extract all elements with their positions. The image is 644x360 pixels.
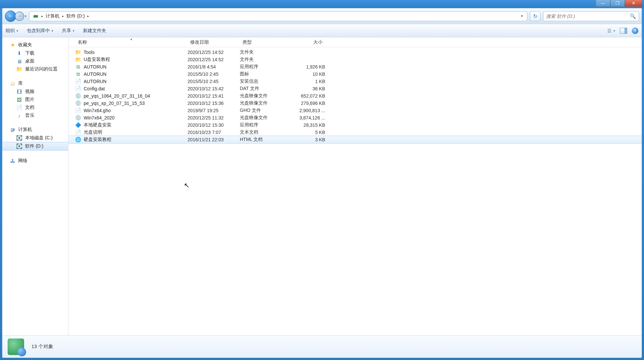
file-row[interactable]: ⧉AUTORUN2016/1/8 4:54应用程序1,926 KB — [68, 63, 642, 70]
column-header-type[interactable]: 类型 — [240, 39, 292, 45]
breadcrumb-computer[interactable]: 计算机 — [44, 12, 62, 21]
sidebar-computer-header[interactable]: 🖳 计算机 — [2, 125, 68, 134]
sidebar-item-recent[interactable]: 📁 最近访问的位置 — [2, 65, 68, 73]
file-list[interactable]: 📁Tools2020/12/25 14:52文件夹📁U盘安装教程2020/12/… — [68, 47, 642, 335]
file-type-icon: 📄 — [75, 129, 81, 135]
file-row[interactable]: 📄光盘说明2016/10/23 7:07文本文档5 KB — [68, 129, 642, 136]
sidebar-libraries-header[interactable]: 🗂 库 — [2, 79, 68, 88]
file-date: 2016/11/21 22:03 — [188, 137, 240, 142]
file-row[interactable]: 💿pe_yqs_xp_20_07_31_15_532020/10/12 15:3… — [68, 100, 642, 107]
preview-pane-button[interactable] — [620, 28, 627, 34]
star-icon: ★ — [10, 42, 16, 48]
titlebar: — ❐ ✕ — [0, 0, 644, 8]
sidebar-item-label: 本地磁盘 (C:) — [25, 135, 53, 141]
help-button[interactable]: ? — [632, 27, 638, 34]
file-row[interactable]: 📁Tools2020/12/25 14:52文件夹 — [68, 49, 642, 56]
col-name-label: 名称 — [78, 39, 87, 45]
svg-rect-1 — [33, 16, 38, 17]
file-type-icon: 📁 — [75, 57, 81, 63]
file-type: 文本文档 — [240, 129, 292, 135]
sidebar-item-pictures[interactable]: 🖼 图片 — [2, 96, 68, 104]
back-button[interactable]: ← — [5, 11, 16, 22]
file-size: 10 KB — [292, 71, 325, 77]
drive-icon: 💽 — [16, 135, 22, 141]
file-row[interactable]: ⧉AUTORUN2015/5/10 2:45图标10 KB — [68, 70, 642, 78]
file-date: 2015/5/10 2:45 — [188, 71, 240, 77]
column-header-size[interactable]: 大小 — [292, 39, 325, 45]
sidebar-favorites-header[interactable]: ★ 收藏夹 — [2, 41, 68, 49]
search-box[interactable]: 🔍 — [543, 11, 639, 21]
toolbar: 组织 ▾ 包含到库中 ▾ 共享 ▾ 新建文件夹 ☰ ▾ ? — [2, 24, 642, 37]
address-dropdown[interactable]: ▾ — [518, 14, 526, 18]
refresh-button[interactable]: ↻ — [530, 11, 540, 21]
sidebar-item-drive-d[interactable]: 💽 软件 (D:) — [2, 142, 68, 151]
list-view-icon: ☰ — [607, 28, 612, 33]
chevron-down-icon: ▾ — [73, 29, 74, 32]
file-type: 应用程序 — [240, 64, 292, 70]
new-folder-button[interactable]: 新建文件夹 — [83, 28, 106, 34]
file-date: 2016/1/8 4:54 — [188, 64, 240, 69]
minimize-button[interactable]: — — [596, 0, 610, 7]
column-header-name[interactable]: 名称 ▲ — [75, 39, 188, 45]
breadcrumb-root-icon[interactable] — [31, 12, 41, 21]
chevron-down-icon: ▾ — [17, 29, 18, 32]
file-name: Tools — [84, 50, 95, 55]
close-button[interactable]: ✕ — [625, 0, 642, 7]
sidebar-item-music[interactable]: ♪ 音乐 — [2, 112, 68, 119]
file-date: 2016/10/23 7:07 — [188, 130, 240, 135]
file-size: 3,874,126 ... — [292, 115, 325, 120]
picture-icon: 🖼 — [16, 97, 22, 103]
sidebar-item-downloads[interactable]: ⬇ 下载 — [2, 49, 68, 57]
column-header-date[interactable]: 修改日期 — [188, 39, 240, 45]
file-type-icon: 🌐 — [75, 137, 81, 143]
file-row[interactable]: 📄Config.dat2020/10/12 15:42DAT 文件36 KB — [68, 85, 642, 92]
forward-button[interactable]: → — [15, 12, 24, 21]
maximize-button[interactable]: ❐ — [610, 0, 625, 7]
sidebar-item-drive-c[interactable]: 💽 本地磁盘 (C:) — [2, 134, 68, 142]
search-icon[interactable]: 🔍 — [630, 13, 636, 19]
drive-icon: 💽 — [16, 143, 22, 149]
navigation-pane: ★ 收藏夹 ⬇ 下载 🖥 桌面 📁 最近访问的位置 🗂 — [2, 37, 68, 335]
file-date: 2020/10/12 15:30 — [188, 122, 240, 128]
sidebar-item-documents[interactable]: 📄 文档 — [2, 104, 68, 112]
file-name: Win7x64_2020 — [84, 115, 114, 120]
file-type-icon: 💿 — [75, 93, 81, 99]
main-split: ★ 收藏夹 ⬇ 下载 🖥 桌面 📁 最近访问的位置 🗂 — [2, 37, 642, 335]
search-input[interactable] — [546, 14, 630, 19]
file-size: 5 KB — [292, 130, 325, 135]
sidebar-network-header[interactable]: 🖧 网络 — [2, 157, 68, 165]
file-date: 2020/12/25 14:52 — [188, 57, 240, 62]
organize-button[interactable]: 组织 ▾ — [6, 28, 18, 34]
history-dropdown[interactable]: ▾ — [25, 14, 26, 18]
view-mode-button[interactable]: ☰ ▾ — [607, 28, 615, 33]
file-type: 图标 — [240, 71, 292, 77]
file-row[interactable]: 💿Win7x64_20202020/12/25 11:32光盘映像文件3,874… — [68, 114, 642, 121]
sidebar-libraries-group: 🗂 库 🎞 视频 🖼 图片 📄 文档 ♪ 音乐 — [2, 79, 68, 119]
sidebar-item-desktop[interactable]: 🖥 桌面 — [2, 57, 68, 65]
breadcrumb-sep-0[interactable]: ▸ — [41, 14, 44, 18]
file-type: HTML 文档 — [240, 137, 292, 143]
sidebar-item-videos[interactable]: 🎞 视频 — [2, 88, 68, 96]
navigation-bar: ← → ▾ ▸ 计算机 ▸ 软件 (D:) ▸ ▾ ↻ 🔍 — [2, 8, 642, 24]
breadcrumb-drive[interactable]: 软件 (D:) — [64, 12, 87, 21]
sidebar-item-label: 下载 — [25, 50, 34, 56]
breadcrumb-sep-2[interactable]: ▸ — [87, 14, 90, 18]
file-row[interactable]: 🔷本地硬盘安装2020/10/12 15:30应用程序28,315 KB — [68, 121, 642, 129]
file-list-area: 名称 ▲ 修改日期 类型 大小 📁Tools2020/12/25 14:52文件… — [68, 37, 642, 335]
file-row[interactable]: 📄Win7x64.gho2019/9/7 19:25GHO 文件2,900,81… — [68, 107, 642, 114]
file-size: 652,072 KB — [292, 93, 325, 99]
file-size: 3 KB — [292, 137, 325, 142]
include-in-library-button[interactable]: 包含到库中 ▾ — [27, 28, 53, 34]
file-name: Config.dat — [84, 86, 105, 91]
breadcrumb-sep-1[interactable]: ▸ — [62, 14, 64, 18]
file-row[interactable]: 💿pe_yqs_1064_20_07_31_16_042020/10/12 15… — [68, 92, 642, 100]
desktop-icon: 🖥 — [16, 58, 22, 64]
status-drive-icon — [8, 338, 24, 355]
share-button[interactable]: 共享 ▾ — [62, 28, 74, 34]
address-bar[interactable]: ▸ 计算机 ▸ 软件 (D:) ▸ ▾ — [29, 11, 527, 21]
sidebar-favorites-label: 收藏夹 — [18, 42, 32, 48]
file-row[interactable]: 📁U盘安装教程2020/12/25 14:52文件夹 — [68, 56, 642, 63]
file-row[interactable]: 📄AUTORUN2015/5/10 2:45安装信息1 KB — [68, 78, 642, 85]
document-icon: 📄 — [16, 105, 22, 111]
file-row[interactable]: 🌐硬盘安装教程2016/11/21 22:03HTML 文档3 KB — [68, 136, 642, 143]
